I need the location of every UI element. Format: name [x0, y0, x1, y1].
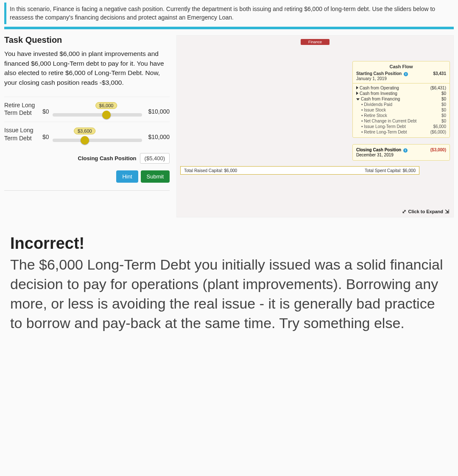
issue-min: $0 [42, 134, 49, 142]
divider [4, 190, 170, 191]
issue-slider-block: Issue Long Term Debt $0 $3,600 $10,000 [4, 122, 170, 147]
cf-operating-label: Cash from Operating [360, 86, 399, 90]
expand-label: Click to Expand [408, 209, 443, 214]
caret-right-icon[interactable] [356, 92, 358, 95]
expand-button[interactable]: ⤢ Click to Expand ⇲ [402, 209, 449, 214]
finance-tab: Finance [301, 39, 330, 45]
issue-slider[interactable] [53, 139, 142, 142]
total-spent: Total Spent Capital: $6,000 [365, 168, 416, 173]
caret-right-icon[interactable] [356, 86, 358, 89]
expand-icon: ⤢ [402, 209, 406, 214]
retire-min: $0 [42, 108, 49, 117]
cf-sub0-l: Dividends Paid [364, 102, 392, 107]
cf-sub5-l: Retire Long-Term Debt [364, 130, 407, 134]
cf-sub3-v: $0 [441, 119, 446, 123]
cf-sub1-l: Issue Stock [364, 108, 386, 112]
total-raised: Total Raised Capital: $6,000 [184, 168, 237, 173]
feedback-block: Incorrect! The $6,000 Long-Term Debt you… [10, 234, 448, 333]
cf-sub2-v: $0 [441, 113, 446, 118]
totals-bar: Total Raised Capital: $6,000 Total Spent… [180, 166, 419, 175]
feedback-heading: Incorrect! [10, 234, 448, 253]
submit-button[interactable]: Submit [141, 170, 170, 183]
info-icon[interactable]: i [403, 148, 408, 153]
retire-slider-label: Retire Long Term Debt [4, 101, 39, 117]
cf-operating-value: ($6,431) [430, 86, 446, 90]
cf-investing-label: Cash from Investing [360, 91, 397, 96]
retire-max: $10,000 [148, 108, 170, 117]
hint-button[interactable]: Hint [116, 170, 138, 183]
cash-flow-title: Cash Flow [356, 64, 446, 69]
cf-sub2-l: Retire Stock [364, 113, 387, 118]
issue-badge: $3,600 [74, 128, 96, 134]
cf-sub4-v: $6,000 [433, 124, 446, 129]
issue-slider-thumb[interactable] [81, 136, 89, 145]
close-value: ($3,000) [430, 148, 446, 157]
cf-sub4-l: Issue Long-Term Debt [364, 124, 405, 129]
closing-cash-value: ($5,400) [140, 153, 170, 164]
scenario-banner: In this scenario, Finance is facing a ne… [4, 3, 454, 24]
start-pos-label: Starting Cash Position [356, 71, 402, 76]
task-body: You have invested $6,000 in plant improv… [4, 49, 170, 87]
closing-cash-label: Closing Cash Position [78, 155, 137, 161]
info-icon[interactable]: i [404, 72, 408, 76]
cf-financing-label: Cash from Financing [361, 97, 400, 101]
start-date: January 1, 2019 [356, 76, 387, 81]
retire-slider[interactable] [53, 113, 142, 117]
cf-financing-value: $0 [441, 97, 446, 101]
start-value: $3,431 [433, 71, 446, 81]
cf-sub3-l: Net Change in Current Debt [364, 119, 416, 123]
closing-panel: Closing Cash Position i December 31, 201… [352, 144, 450, 161]
close-pos-label: Closing Cash Position [356, 148, 401, 152]
cf-sub5-v: ($6,000) [430, 130, 446, 134]
cf-sub0-v: $0 [441, 102, 446, 107]
cash-flow-panel: Cash Flow Starting Cash Position i Janua… [352, 61, 450, 138]
caret-down-icon[interactable] [356, 98, 360, 100]
cf-investing-value: $0 [441, 91, 446, 96]
feedback-body: The $6,000 Long-Term Debt you initially … [10, 255, 448, 333]
issue-max: $10,000 [148, 134, 170, 142]
scenario-text: In this scenario, Finance is facing a ne… [10, 5, 450, 22]
simulation-preview: Finance Cash Flow Starting Cash Position… [176, 35, 454, 217]
retire-badge: $6,000 [95, 102, 117, 109]
retire-slider-thumb[interactable] [102, 111, 111, 119]
retire-slider-block: Retire Long Term Debt $0 $6,000 $10,000 [4, 97, 170, 122]
close-date: December 31, 2019 [356, 153, 394, 157]
cf-sub1-v: $0 [441, 108, 446, 112]
expand-arrow-icon: ⇲ [445, 209, 449, 214]
task-heading: Task Question [4, 35, 170, 45]
issue-slider-label: Issue Long Term Debt [4, 126, 39, 142]
